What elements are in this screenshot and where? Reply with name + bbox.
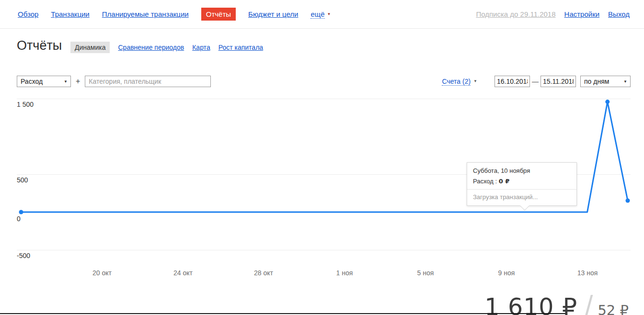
date-to-input[interactable] [540, 76, 576, 87]
tab-4[interactable]: Рост капитала [218, 42, 263, 53]
select-arrow-icon: ▼ [623, 80, 627, 84]
grouping-select[interactable]: по дням ▼ [580, 76, 631, 87]
nav-item-4[interactable]: Отчёты [201, 8, 236, 21]
accounts-dropdown[interactable]: Счета (2) ▼ [442, 78, 477, 86]
top-navigation-bar: ОбзорТранзакцииПланируемые транзакцииОтч… [0, 0, 644, 29]
chevron-down-icon: ▼ [327, 12, 331, 16]
select-arrow-icon: ▼ [64, 80, 68, 84]
average-per-day: 52 ₽ [598, 302, 629, 315]
nav-right: Подписка до 29.11.2018 Настройки Выход [476, 10, 630, 18]
nav-item-1[interactable]: Обзор [18, 10, 38, 18]
filter-bar: Расход ▼ + Счета (2) ▼ — по дням ▼ [0, 76, 644, 88]
operation-type-value: Расход [21, 78, 43, 85]
operation-type-select[interactable]: Расход ▼ [17, 76, 71, 87]
tooltip-value: 0 ₽ [499, 178, 510, 185]
filter-left-group: Расход ▼ + [17, 76, 211, 87]
nav-item-3[interactable]: Планируемые транзакции [102, 10, 189, 18]
logout-link[interactable]: Выход [608, 10, 630, 18]
total-amount: 1 610 ₽ [484, 293, 577, 315]
tooltip-value-row: Расход : 0 ₽ [473, 178, 571, 185]
tooltip-loading-text: Загрузка транзакций... [473, 193, 571, 201]
more-label: ещё [310, 10, 324, 19]
tab-1[interactable]: Динамика [70, 42, 110, 53]
data-point-16.10 [19, 210, 23, 214]
tab-3[interactable]: Карта [192, 42, 210, 53]
date-from-input[interactable] [494, 76, 530, 87]
nav-item-2[interactable]: Транзакции [51, 10, 89, 18]
plus-sign: + [76, 77, 80, 86]
bottom-section-border [0, 313, 565, 314]
main-nav: ОбзорТранзакцииПланируемые транзакцииОтч… [18, 8, 331, 21]
data-point-14.11 [605, 100, 610, 104]
totals-slash: / [585, 289, 593, 315]
category-payee-input[interactable] [85, 76, 211, 87]
grouping-value: по дням [584, 78, 609, 85]
accounts-label: Счета (2) [442, 78, 471, 86]
nav-item-more[interactable]: ещё ▼ [310, 10, 331, 19]
settings-link[interactable]: Настройки [564, 10, 600, 18]
reports-page: ОбзорТранзакцииПланируемые транзакцииОтч… [0, 0, 644, 315]
page-title: Отчёты [17, 38, 62, 53]
subscription-link[interactable]: Подписка до 29.11.2018 [476, 10, 555, 18]
report-tabs: ДинамикаСравнение периодовКартаРост капи… [70, 42, 263, 53]
tooltip-date: Суббота, 10 ноября [473, 167, 571, 174]
tooltip-series-label: Расход : [473, 178, 497, 185]
filter-right-group: Счета (2) ▼ — по дням ▼ [442, 76, 631, 87]
date-range-dash: — [532, 78, 539, 85]
grouping-select-wrap: по дням ▼ [580, 76, 631, 87]
chart-tooltip: Суббота, 10 ноября Расход : 0 ₽ Загрузка… [467, 162, 577, 206]
data-point-15.11 [626, 199, 630, 203]
period-totals: 1 610 ₽ / 52 ₽ [484, 289, 629, 315]
nav-item-5[interactable]: Бюджет и цели [248, 10, 298, 18]
chevron-down-icon: ▼ [473, 79, 477, 83]
tab-2[interactable]: Сравнение периодов [118, 42, 184, 53]
tooltip-divider [467, 189, 576, 190]
